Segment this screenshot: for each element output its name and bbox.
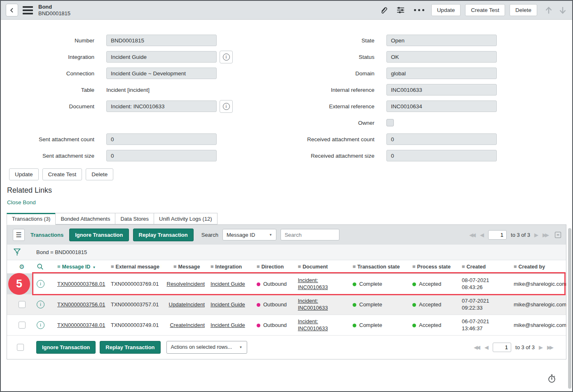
- actions-on-selected-rows-select[interactable]: Actions on selected rows... ▼: [166, 341, 247, 354]
- sent-attachment-count-input[interactable]: [106, 133, 217, 145]
- process-state-dot: [412, 303, 416, 307]
- tab-unifi-activity-logs[interactable]: Unifi Activity Logs (12): [154, 213, 218, 224]
- search-input[interactable]: [281, 229, 339, 240]
- domain-label: Domain: [287, 70, 374, 77]
- owner-checkbox[interactable]: [386, 119, 394, 126]
- number-input[interactable]: [106, 35, 217, 46]
- previous-page-icon[interactable]: ◀: [480, 232, 484, 238]
- document-link[interactable]: Incident:INC0010633: [298, 318, 349, 332]
- previous-record-icon[interactable]: [544, 5, 553, 15]
- list-pagination-top: ◀◀ ◀ to 3 of 3 ▶ ▶▶ −: [469, 230, 561, 240]
- search-field-select[interactable]: Message ID ▼: [222, 229, 276, 240]
- message-link[interactable]: UpdateIncident: [169, 301, 205, 308]
- external-message-id: TXN0000003757.01: [111, 301, 159, 308]
- column-header-created-by[interactable]: ≡Created by: [510, 260, 566, 273]
- tab-transactions[interactable]: Transactions (3): [7, 213, 56, 225]
- page-number-input[interactable]: [488, 230, 507, 240]
- close-bond-link[interactable]: Close Bond: [7, 199, 36, 205]
- message-link[interactable]: CreateIncident: [170, 322, 205, 328]
- integration-link[interactable]: Incident Guide: [210, 301, 245, 308]
- personalize-form-button[interactable]: [394, 6, 407, 14]
- integration-link[interactable]: Incident Guide: [210, 322, 245, 328]
- internal-reference-input[interactable]: [386, 84, 497, 96]
- sliders-icon: [396, 6, 405, 14]
- connection-input[interactable]: [106, 68, 217, 79]
- page-number-input[interactable]: [493, 343, 511, 352]
- row-select-cell[interactable]: [7, 273, 33, 294]
- received-attachment-count-input[interactable]: [386, 133, 497, 145]
- more-options-button[interactable]: [412, 9, 427, 11]
- tab-data-stores[interactable]: Data Stores: [115, 213, 154, 224]
- replay-transaction-button[interactable]: Replay Transaction: [133, 229, 194, 241]
- state-input[interactable]: [386, 35, 497, 46]
- record-preview-icon[interactable]: i: [37, 321, 44, 329]
- ignore-transaction-button[interactable]: Ignore Transaction: [69, 229, 129, 241]
- domain-input[interactable]: [386, 68, 497, 79]
- column-header-message-id[interactable]: ≡Message ID▼: [54, 260, 108, 273]
- update-button[interactable]: Update: [431, 4, 461, 16]
- message-link[interactable]: ResolveIncident: [167, 281, 205, 287]
- column-header-created[interactable]: ≡Created: [458, 260, 510, 273]
- next-page-icon[interactable]: ▶: [534, 232, 538, 238]
- record-preview-icon[interactable]: i: [37, 301, 44, 308]
- next-record-icon[interactable]: [558, 5, 567, 15]
- integration-link[interactable]: Incident Guide: [210, 281, 245, 287]
- filter-button[interactable]: [7, 248, 27, 257]
- filter-breadcrumb[interactable]: Bond = BND0001815: [36, 249, 87, 255]
- update-button-footer[interactable]: Update: [9, 168, 39, 180]
- response-time-button[interactable]: [547, 373, 557, 383]
- page-range-text: to 3 of 3: [515, 344, 535, 350]
- row-checkbox[interactable]: [19, 301, 26, 308]
- vertical-scrollbar[interactable]: [568, 228, 571, 389]
- tab-bonded-attachments[interactable]: Bonded Attachments: [55, 213, 115, 224]
- first-page-icon[interactable]: ◀◀: [469, 232, 476, 238]
- last-page-icon[interactable]: ▶▶: [543, 232, 549, 238]
- record-preview-icon[interactable]: i: [37, 280, 44, 288]
- column-header-external-message-id[interactable]: ≡External message ID: [108, 260, 161, 273]
- transaction-state-dot: [353, 324, 356, 327]
- attachments-button[interactable]: [378, 6, 390, 14]
- document-link[interactable]: Incident:INC0010633: [298, 277, 349, 291]
- status-input[interactable]: [386, 51, 497, 63]
- list-footer: Ignore Transaction Replay Transaction Ac…: [7, 336, 566, 359]
- list-personalize-header[interactable]: ⚙: [7, 260, 33, 273]
- ignore-transaction-button-footer[interactable]: Ignore Transaction: [36, 341, 96, 354]
- process-state-dot: [412, 324, 416, 327]
- collapse-list-button[interactable]: −: [555, 232, 561, 238]
- replay-transaction-button-footer[interactable]: Replay Transaction: [100, 341, 160, 354]
- received-attachment-size-input[interactable]: [386, 150, 497, 161]
- integration-input[interactable]: [106, 51, 217, 63]
- column-header-message[interactable]: ≡Message: [161, 260, 207, 273]
- message-id-link[interactable]: TXN0000003748.01: [57, 322, 105, 328]
- select-all-checkbox[interactable]: [17, 344, 24, 351]
- message-id-link[interactable]: TXN0000003768.01: [57, 281, 105, 287]
- column-header-transaction-state[interactable]: ≡Transaction state: [349, 260, 409, 273]
- delete-button-footer[interactable]: Delete: [86, 168, 113, 180]
- column-header-document[interactable]: ≡Document: [295, 260, 349, 273]
- sent-attachment-size-input[interactable]: [106, 150, 217, 161]
- delete-button[interactable]: Delete: [510, 4, 537, 16]
- document-link[interactable]: Incident:INC0010633: [298, 297, 349, 311]
- message-id-link[interactable]: TXN0000003756.01: [57, 301, 105, 308]
- row-checkbox[interactable]: [19, 322, 26, 329]
- back-button[interactable]: [6, 4, 18, 16]
- create-test-button[interactable]: Create Test: [465, 4, 505, 16]
- integration-label: Integration: [7, 54, 94, 60]
- context-menu-icon[interactable]: [23, 6, 33, 14]
- list-menu-button[interactable]: ☰: [13, 229, 25, 241]
- document-preview-button[interactable]: i: [220, 100, 233, 113]
- external-reference-input[interactable]: [386, 100, 497, 112]
- column-header-direction[interactable]: ≡Direction: [253, 260, 295, 273]
- previous-page-icon[interactable]: ◀: [484, 344, 489, 350]
- last-page-icon[interactable]: ▶▶: [547, 344, 554, 350]
- column-search-header[interactable]: [33, 260, 54, 273]
- page-title: Bond: [38, 4, 70, 10]
- column-header-integration[interactable]: ≡Integration: [207, 260, 253, 273]
- next-page-icon[interactable]: ▶: [539, 344, 543, 350]
- document-input[interactable]: [106, 100, 217, 112]
- integration-preview-button[interactable]: i: [220, 51, 233, 63]
- direction-value: Outbound: [263, 281, 287, 287]
- first-page-icon[interactable]: ◀◀: [474, 344, 480, 350]
- column-header-process-state[interactable]: ≡Process state: [409, 260, 458, 273]
- create-test-button-footer[interactable]: Create Test: [42, 168, 82, 180]
